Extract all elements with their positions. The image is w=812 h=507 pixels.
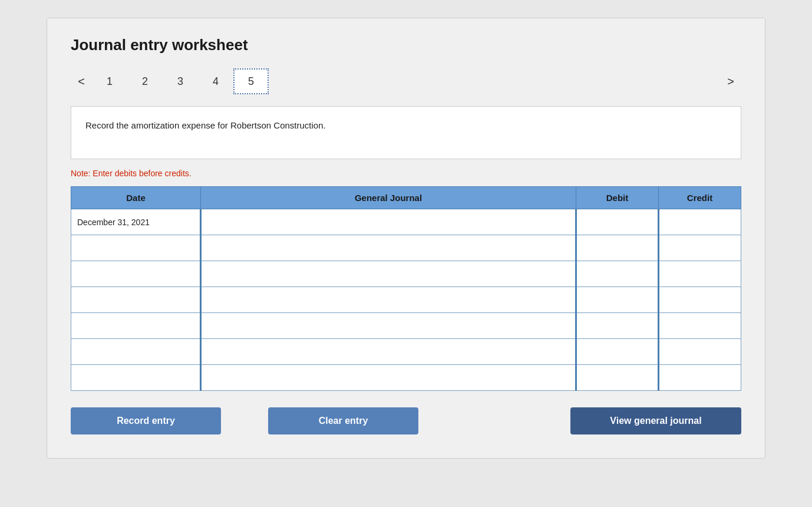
journal-cell-6[interactable] [201,339,576,365]
debit-input-1[interactable] [583,218,652,227]
date-cell-6 [71,339,201,365]
date-cell-2 [71,235,201,261]
header-date: Date [71,187,201,209]
journal-cell-4[interactable] [201,287,576,313]
journal-cell-1[interactable] [201,209,576,235]
table-row [71,287,741,313]
worksheet-container: Journal entry worksheet < 1 2 3 4 5 > Re… [47,18,765,459]
debit-cell-2[interactable] [576,235,659,261]
debit-cell-1[interactable] [576,209,659,235]
journal-input-7[interactable] [207,373,569,383]
debit-cell-4[interactable] [576,287,659,313]
header-credit: Credit [659,187,741,209]
date-cell-4 [71,287,201,313]
date-cell-7 [71,365,201,391]
record-entry-button[interactable]: Record entry [71,407,221,434]
debit-cell-7[interactable] [576,365,659,391]
credit-cell-5[interactable] [659,313,741,339]
journal-input-3[interactable] [207,269,569,279]
journal-input-6[interactable] [207,347,569,357]
journal-input-5[interactable] [207,321,569,331]
date-value-1: December 31, 2021 [77,218,150,227]
credit-input-5[interactable] [665,321,735,331]
journal-cell-3[interactable] [201,261,576,287]
pagination-item-1[interactable]: 1 [92,68,127,94]
next-arrow[interactable]: > [720,75,741,88]
pagination-item-3[interactable]: 3 [163,68,198,94]
debit-input-7[interactable] [583,373,652,383]
journal-cell-7[interactable] [201,365,576,391]
credit-input-3[interactable] [665,269,735,279]
table-row [71,339,741,365]
debit-input-2[interactable] [583,243,652,253]
debit-cell-6[interactable] [576,339,659,365]
journal-cell-5[interactable] [201,313,576,339]
credit-cell-7[interactable] [659,365,741,391]
table-row [71,261,741,287]
journal-input-4[interactable] [207,295,569,305]
credit-cell-2[interactable] [659,235,741,261]
date-cell-5 [71,313,201,339]
pagination-item-4[interactable]: 4 [198,68,233,94]
prev-arrow[interactable]: < [71,75,92,88]
credit-input-4[interactable] [665,295,735,305]
journal-cell-2[interactable] [201,235,576,261]
debit-input-4[interactable] [583,295,652,305]
pagination: < 1 2 3 4 5 > [71,68,741,94]
debit-cell-5[interactable] [576,313,659,339]
credit-input-2[interactable] [665,243,735,253]
buttons-row: Record entry Clear entry View general jo… [71,407,741,434]
journal-table: Date General Journal Debit Credit Decemb… [71,186,741,391]
worksheet-title: Journal entry worksheet [71,36,741,54]
date-cell-1: December 31, 2021 [71,209,201,235]
pagination-item-2[interactable]: 2 [127,68,163,94]
credit-input-7[interactable] [665,373,735,383]
header-general-journal: General Journal [201,187,576,209]
pagination-item-5[interactable]: 5 [233,68,269,94]
table-row: December 31, 2021 [71,209,741,235]
credit-cell-3[interactable] [659,261,741,287]
instruction-text: Record the amortization expense for Robe… [85,120,326,130]
credit-cell-4[interactable] [659,287,741,313]
debit-input-3[interactable] [583,269,652,279]
instruction-box: Record the amortization expense for Robe… [71,106,741,159]
debit-cell-3[interactable] [576,261,659,287]
journal-input-2[interactable] [207,243,569,253]
debit-input-5[interactable] [583,321,652,331]
credit-cell-1[interactable] [659,209,741,235]
table-row [71,313,741,339]
credit-input-1[interactable] [665,218,735,227]
credit-input-6[interactable] [665,347,735,357]
journal-input-1[interactable] [207,218,569,227]
credit-cell-6[interactable] [659,339,741,365]
table-row [71,235,741,261]
header-debit: Debit [576,187,659,209]
view-general-journal-button[interactable]: View general journal [570,407,741,434]
clear-entry-button[interactable]: Clear entry [268,407,418,434]
note-text: Note: Enter debits before credits. [71,169,741,178]
date-cell-3 [71,261,201,287]
table-row [71,365,741,391]
debit-input-6[interactable] [583,347,652,357]
